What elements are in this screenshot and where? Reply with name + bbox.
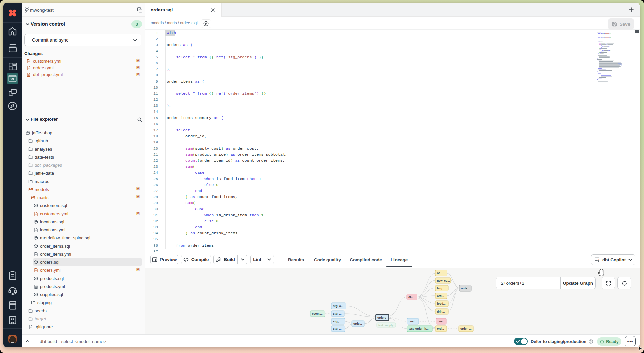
svg-text:orders: orders (377, 316, 386, 319)
svg-text:stg_o...: stg_o... (333, 304, 343, 308)
svg-text:orde...: orde... (353, 322, 362, 325)
svg-text:larg...: larg... (437, 287, 445, 290)
svg-text:test_order_it...: test_order_it... (409, 327, 429, 330)
svg-text:orde...: orde... (461, 287, 470, 290)
svg-text:food...: food... (437, 302, 446, 306)
svg-text:cust...: cust... (409, 320, 417, 323)
svg-text:stg_...: stg_... (333, 312, 342, 315)
svg-text:new_cu...: new_cu... (437, 279, 450, 282)
svg-text:ord...: ord... (437, 294, 444, 298)
svg-text:drin...: drin... (437, 310, 445, 313)
svg-text:ord...: ord... (437, 327, 444, 330)
svg-text:ecom....: ecom.... (312, 312, 323, 315)
svg-text:stg_...: stg_... (333, 320, 342, 323)
svg-text:stg_...: stg_... (333, 327, 342, 330)
svg-text:or...: or... (437, 271, 442, 275)
svg-text:or...: or... (408, 295, 413, 299)
svg-text:order_...: order_... (460, 327, 472, 330)
svg-text:cus...: cus... (438, 320, 445, 323)
svg-text:test_supply...: test_supply... (378, 324, 396, 327)
